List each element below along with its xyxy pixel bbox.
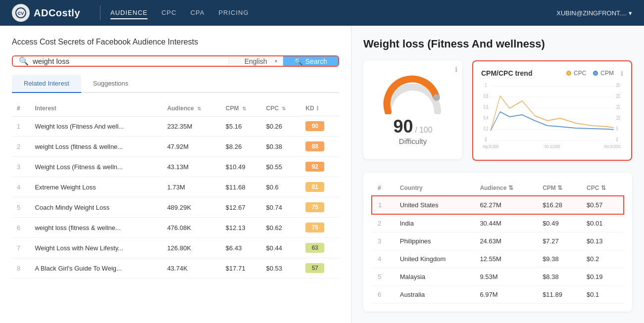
row-audience: 476.08K: [162, 218, 221, 238]
lang-select-wrap: English Chinese Spanish ▾: [229, 56, 283, 66]
nav-pricing[interactable]: PRICING: [218, 7, 248, 19]
table-row[interactable]: 3 Weight Loss (Fitness & welln... 43.13M…: [12, 157, 339, 177]
col-cpc[interactable]: CPC ⇅: [261, 101, 301, 116]
row-cpm: $8.26: [221, 137, 261, 157]
country-col-cpc[interactable]: CPC ⇅: [581, 181, 624, 196]
svg-text:Aug 24,2020: Aug 24,2020: [483, 144, 498, 149]
table-row[interactable]: 1 Weight loss (Fitness And well... 232.3…: [12, 116, 339, 137]
country-row-name: United States: [394, 196, 474, 214]
row-interest: weight Loss (fitness & wellne...: [30, 137, 162, 157]
row-interest: Weight Loss with New Lifesty...: [30, 238, 162, 258]
country-row-name: Malaysia: [394, 268, 474, 286]
search-btn-label: Search: [305, 57, 327, 65]
country-table-row[interactable]: 2 India 30.44M $0.49 $0.01: [372, 214, 624, 232]
row-kd: 81: [300, 177, 339, 197]
col-kd: KD ℹ: [300, 101, 339, 116]
search-button[interactable]: 🔍 Search: [283, 56, 338, 66]
country-row-num: 6: [372, 286, 394, 304]
header: CV ADCostly AUDIENCE CPC CPA PRICING XUB…: [0, 0, 644, 26]
row-cpc: $0.6: [261, 177, 301, 197]
search-bar: 🔍 English Chinese Spanish ▾ 🔍 Search: [12, 55, 339, 67]
svg-text:0: 0: [616, 137, 618, 142]
col-cpm[interactable]: CPM ⇅: [221, 101, 261, 116]
country-tbody: 1 United States 62.27M $16.28 $0.57 2 In…: [372, 196, 624, 304]
search-btn-icon: 🔍: [294, 57, 302, 65]
svg-text:0.6: 0.6: [484, 104, 488, 110]
country-row-num: 3: [372, 232, 394, 250]
nav-cpc[interactable]: CPC: [161, 7, 176, 19]
trend-title: CPM/CPC trend: [481, 69, 532, 77]
country-table-row[interactable]: 4 United Kingdom 12.55M $9.38 $0.2: [372, 250, 624, 268]
tab-suggestions[interactable]: Suggestions: [81, 75, 141, 93]
row-cpm: $11.68: [221, 177, 261, 197]
table-row[interactable]: 4 Extreme Weight Loss 1.73M $11.68 $0.6 …: [12, 177, 339, 197]
country-table-row[interactable]: 5 Malaysia 9.53M $8.38 $0.19: [372, 268, 624, 286]
svg-text:Oct 12,2020: Oct 12,2020: [545, 144, 560, 149]
row-cpm: $10.49: [221, 157, 261, 177]
language-select[interactable]: English Chinese Spanish: [229, 57, 283, 65]
kd-badge: 81: [305, 182, 324, 192]
table-row[interactable]: 8 A Black Girl's Guide To Weig... 43.74K…: [12, 258, 339, 278]
row-interest: Coach Mindy Weight Loss: [30, 197, 162, 218]
country-row-name: United Kingdom: [394, 250, 474, 268]
row-cpc: $0.62: [261, 218, 301, 238]
col-interest: Interest: [30, 101, 162, 116]
country-table-row[interactable]: 6 Australia 6.97M $11.89 $0.1: [372, 286, 624, 304]
row-cpm: $12.67: [221, 197, 261, 218]
row-kd: 75: [300, 197, 339, 218]
kd-badge: 57: [305, 263, 324, 273]
cpm-legend-label: CPM: [600, 70, 614, 77]
search-icon: 🔍: [19, 56, 29, 66]
country-table-row[interactable]: 3 Philippines 24.63M $7.27 $0.13: [372, 232, 624, 250]
search-input-wrap: 🔍: [13, 56, 229, 66]
row-cpc: $0.53: [261, 258, 301, 278]
kd-badge: 75: [305, 223, 324, 232]
row-kd: 75: [300, 218, 339, 238]
main-layout: Access Cost Secrets of Facebook Audience…: [0, 26, 644, 323]
row-interest: Extreme Weight Loss: [30, 177, 162, 197]
country-row-cpc: $0.13: [581, 232, 624, 250]
svg-text:0.8: 0.8: [484, 93, 488, 99]
row-num: 2: [12, 137, 30, 157]
sort-audience-country-icon: ⇅: [508, 185, 513, 191]
kd-badge: 90: [305, 121, 324, 131]
search-input[interactable]: [33, 57, 223, 65]
sort-cpc-icon: ⇅: [282, 106, 286, 111]
col-audience[interactable]: Audience ⇅: [162, 101, 221, 116]
country-row-audience: 6.97M: [474, 286, 537, 304]
gauge-label: Difficulty: [399, 137, 427, 145]
svg-text:10: 10: [616, 115, 620, 121]
row-audience: 232.35M: [162, 116, 221, 137]
nav-cpa[interactable]: CPA: [191, 7, 205, 19]
row-num: 6: [12, 218, 30, 238]
table-row[interactable]: 6 weight loss (fitness & wellne... 476.0…: [12, 218, 339, 238]
country-row-audience: 12.55M: [474, 250, 537, 268]
row-audience: 1.73M: [162, 177, 221, 197]
nav-audience[interactable]: AUDIENCE: [110, 7, 148, 19]
sort-cpm-country-icon: ⇅: [557, 185, 562, 191]
logo-area: CV ADCostly: [12, 4, 80, 22]
country-row-cpm: $7.27: [537, 232, 581, 250]
nav-items: AUDIENCE CPC CPA PRICING: [110, 7, 556, 19]
country-row-cpc: $0.01: [581, 214, 624, 232]
row-num: 1: [12, 116, 30, 137]
user-email: XUBIN@ZINGFRONT....: [556, 9, 627, 17]
tab-related-interest[interactable]: Related Interest: [12, 75, 81, 93]
row-num: 7: [12, 238, 30, 258]
trend-header: CPM/CPC trend CPC CPM ℹ: [481, 69, 623, 77]
table-row[interactable]: 5 Coach Mindy Weight Loss 489.29K $12.67…: [12, 197, 339, 218]
table-row[interactable]: 7 Weight Loss with New Lifesty... 126.80…: [12, 238, 339, 258]
trend-legend: CPC CPM ℹ: [566, 70, 623, 77]
country-table-row[interactable]: 1 United States 62.27M $16.28 $0.57: [372, 196, 624, 214]
row-cpc: $0.74: [261, 197, 301, 218]
row-audience: 43.13M: [162, 157, 221, 177]
svg-text:Nov 30,2020: Nov 30,2020: [604, 144, 620, 149]
table-row[interactable]: 2 weight Loss (fitness & wellne... 47.92…: [12, 137, 339, 157]
country-col-cpm[interactable]: CPM ⇅: [537, 181, 581, 196]
country-row-num: 1: [372, 196, 394, 214]
country-col-audience[interactable]: Audience ⇅: [474, 181, 537, 196]
row-num: 8: [12, 258, 30, 278]
gauge-value-display: 90 / 100: [393, 116, 432, 137]
row-cpm: $5.16: [221, 116, 261, 137]
gauge-info-icon: ℹ: [455, 65, 457, 73]
